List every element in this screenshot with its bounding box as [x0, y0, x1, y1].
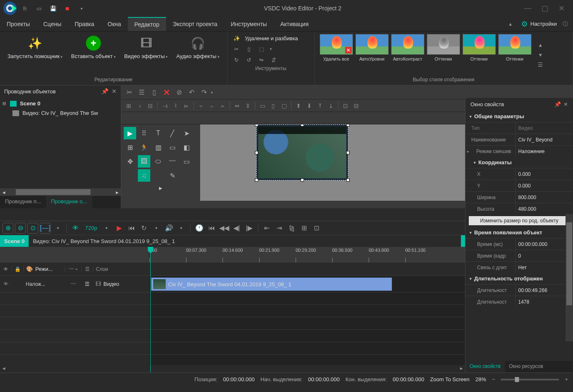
zoom-slider[interactable]	[501, 379, 559, 380]
style-hues-1[interactable]: Оттенки	[427, 34, 460, 75]
align3-icon[interactable]: ⊟	[145, 101, 155, 111]
selected-video-frame[interactable]	[256, 124, 348, 180]
tool-barcode[interactable]: ▥	[152, 141, 164, 153]
tool-run[interactable]: 🏃	[138, 141, 150, 153]
audio-effects-button[interactable]: 🎧Аудио эффекты ▾	[174, 34, 222, 61]
back-icon[interactable]: ⤓	[326, 101, 336, 111]
tool-curve[interactable]: 〰	[166, 155, 179, 168]
al-mid-icon[interactable]: ⫠	[207, 101, 217, 111]
props-general-section[interactable]: ▾Общие параметры	[465, 111, 573, 122]
menu-editor[interactable]: Редактор	[128, 17, 166, 31]
video-effects-button[interactable]: 🎞Видео эффекты ▾	[122, 34, 171, 61]
al-left-icon[interactable]: ⫣	[160, 101, 170, 111]
insert-object-button[interactable]: +Вставить объект ▾	[69, 34, 118, 61]
panel-close-icon[interactable]: ✕	[112, 88, 117, 95]
timeline-path[interactable]: Видео: Civ IV_ Beyond The Sword 04.01.20…	[29, 235, 461, 247]
flip-h-icon[interactable]: ⇋	[257, 56, 266, 64]
tool-free[interactable]: ✎	[166, 169, 179, 182]
open-icon[interactable]: ▭	[34, 3, 44, 13]
props-pin-icon[interactable]: 📌	[554, 101, 561, 107]
maximize-button[interactable]: ▢	[541, 4, 549, 13]
lock-header-icon[interactable]: 🔒	[12, 266, 23, 272]
props-vscroll[interactable]	[566, 214, 573, 341]
tool-ellipse[interactable]: ⬭	[152, 155, 164, 168]
visibility-header-icon[interactable]: 👁	[0, 266, 12, 272]
style-hues-2[interactable]: Оттенки	[463, 34, 496, 75]
playhead[interactable]	[150, 247, 151, 373]
prev-icon[interactable]: ◀◀	[219, 223, 230, 234]
track-menu-icon[interactable]: ☰	[81, 266, 93, 272]
props-icon[interactable]: ☰	[136, 87, 147, 98]
timeline-clip[interactable]: Civ IV_ Beyond The Sword 04.01.2019 9_25…	[151, 278, 392, 291]
explorer-tab-1[interactable]: Проводник п...	[0, 196, 46, 208]
menu-edit[interactable]: Правка	[68, 17, 101, 31]
al-center-icon[interactable]: ⫲	[171, 101, 181, 111]
tool-rect[interactable]: ▭	[166, 141, 179, 153]
prop-time-ms-value[interactable]: 00:00:00.000	[515, 239, 573, 250]
prop-x-value[interactable]: 0.000	[515, 168, 573, 180]
prop-y-value[interactable]: 0.000	[515, 180, 573, 191]
tool-rect2[interactable]: ◧	[180, 141, 193, 153]
record-icon[interactable]: ⏺	[62, 3, 72, 13]
dist-h-icon[interactable]: ⇔	[232, 101, 242, 111]
new-project-icon[interactable]: ⎘	[20, 3, 30, 13]
align2-icon[interactable]: ⫞	[135, 101, 144, 111]
clock-icon[interactable]: 🕐	[194, 223, 205, 234]
razor-icon[interactable]: ▯	[245, 45, 253, 53]
wizard-button[interactable]: ✨Запустить помощник ▾	[5, 34, 65, 61]
menu-windows[interactable]: Окна	[101, 17, 128, 31]
resize-to-parent-button[interactable]: Изменить размер по род. объекту	[469, 216, 570, 225]
zoom-minus-icon[interactable]: −	[492, 376, 495, 382]
tool-line[interactable]: ╱	[166, 127, 179, 139]
tool-cursor[interactable]: ➤	[180, 127, 193, 139]
cut-icon[interactable]: ✂	[124, 87, 135, 98]
zoom-plus-icon[interactable]: +	[565, 376, 568, 382]
redo-icon[interactable]: ↷	[198, 87, 209, 98]
rotate90-icon[interactable]: ↻	[233, 56, 241, 64]
menu-activation[interactable]: Активация	[274, 17, 315, 31]
props-duration-section[interactable]: ▾Длительность отображен	[465, 273, 573, 284]
props-coords-section[interactable]: ▾Координаты	[465, 157, 573, 168]
scissors-icon[interactable]: ✂	[233, 45, 241, 53]
snap-icon[interactable]: ⧎	[286, 223, 297, 234]
gallery-up-icon[interactable]: ▴	[536, 41, 545, 49]
minimize-button[interactable]: —	[524, 4, 531, 13]
save-icon[interactable]: 💾	[48, 3, 58, 13]
style-auto-levels[interactable]: АвтоУровни	[355, 34, 389, 75]
play-icon[interactable]: ▶	[114, 223, 125, 234]
style-auto-contrast[interactable]: АвтоКонтраст	[391, 34, 424, 75]
qat-dropdown-icon[interactable]: ▾	[76, 3, 86, 13]
explorer-tab-2[interactable]: Проводник о...	[46, 196, 92, 208]
copy-icon[interactable]: ▯	[149, 87, 159, 98]
prop-duration-frames-value[interactable]: 1478	[515, 296, 573, 307]
gallery-down-icon[interactable]: ▾	[536, 51, 545, 59]
snap2-icon[interactable]: ⊞	[299, 223, 310, 234]
next-frame-icon[interactable]: |▶	[244, 223, 255, 234]
style-hues-3[interactable]: Оттенки	[498, 34, 531, 75]
help-round-icon[interactable]: ⓘ	[563, 20, 568, 28]
front-icon[interactable]: ⤒	[315, 101, 325, 111]
loop-icon[interactable]: ↻	[139, 223, 149, 234]
ungroup-icon[interactable]: ⊟	[351, 101, 361, 111]
tool-rects[interactable]: ▭	[180, 155, 193, 168]
al-bot-icon[interactable]: ⫨	[218, 101, 228, 111]
menu-scenes[interactable]: Сцены	[37, 17, 68, 31]
tool-move[interactable]: ✥	[124, 155, 136, 168]
pin-icon[interactable]: 📌	[101, 88, 108, 95]
mark-in-icon[interactable]: ⇤	[262, 223, 272, 234]
tree-video-item[interactable]: Видео: Civ IV_ Beyond The Sw	[0, 108, 121, 118]
crop-icon[interactable]: ⬚	[257, 45, 266, 53]
timeline-ruler[interactable]: 000 00:07.300 00:14.600 00:21.900 00:29.…	[0, 247, 465, 263]
zoom-out-icon[interactable]: ⊖	[15, 223, 26, 234]
tool-audio[interactable]: ♫	[138, 169, 150, 182]
opts-icon[interactable]: ⊡	[311, 223, 322, 234]
explorer-hscroll[interactable]: ◂▸	[0, 188, 121, 196]
resolution-label[interactable]: 720p	[83, 225, 100, 231]
prop-time-frame-value[interactable]: 0	[515, 250, 573, 261]
delete-icon[interactable]: ✕	[161, 87, 172, 98]
menu-export[interactable]: Экспорт проекта	[166, 17, 224, 31]
group-icon[interactable]: ⊡	[340, 101, 350, 111]
tool-play[interactable]: ▶	[124, 127, 136, 139]
prop-duration-value[interactable]: 00:00:49.266	[515, 285, 573, 296]
al-right-icon[interactable]: ⫢	[181, 101, 191, 111]
